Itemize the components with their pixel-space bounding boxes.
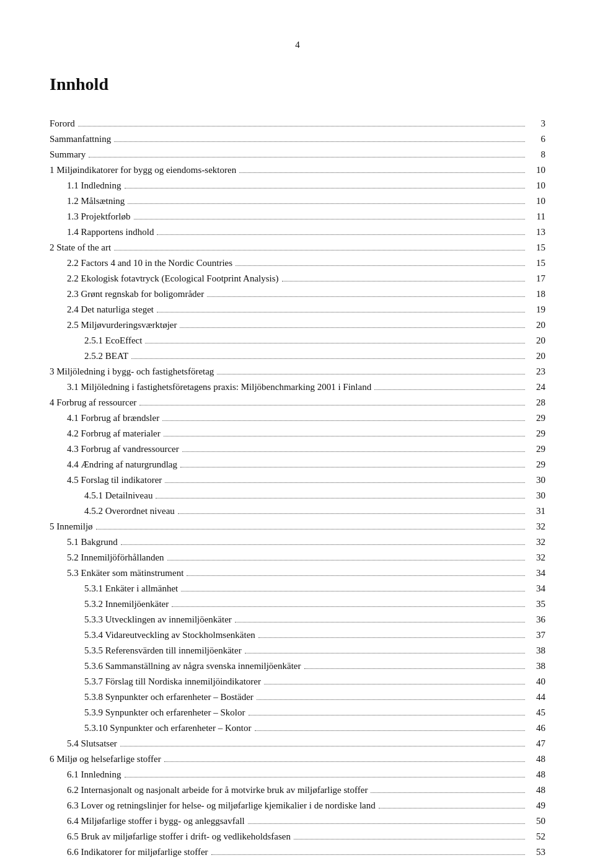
toc-row: 5.3.3 Utvecklingen av innemiljöenkäter36: [50, 612, 545, 627]
toc-row: 5.3.8 Synpunkter och erfarenheter – Bost…: [50, 689, 545, 704]
toc-label: 3.1 Miljöledning i fastighetsföretagens …: [50, 379, 371, 394]
toc-dots: [245, 653, 525, 653]
toc-page-number: 28: [528, 395, 545, 410]
toc-row: 5.4 Slutsatser47: [50, 736, 545, 751]
toc-page-number: 50: [528, 813, 545, 828]
toc-page-number: 29: [528, 426, 545, 441]
toc-page-number: 20: [528, 333, 545, 348]
toc-label: 4.4 Ændring af naturgrundlag: [50, 457, 177, 472]
toc-label: Summary: [50, 147, 86, 162]
toc-page-number: 48: [528, 767, 545, 782]
toc-row: 5.3.9 Synpunkter och erfarenheter – Skol…: [50, 705, 545, 720]
toc-row: 5.3.2 Innemiljöenkäter35: [50, 596, 545, 611]
toc-label: 1.1 Indledning: [50, 178, 121, 193]
toc-dots: [235, 622, 525, 622]
toc-dots: [114, 250, 525, 250]
toc-page-number: 20: [528, 317, 545, 332]
toc-label: 4.5.1 Detailniveau: [50, 488, 152, 503]
toc-row: 2.5 Miljøvurderingsværktøjer20: [50, 317, 545, 332]
toc-dots: [114, 141, 525, 142]
toc-label: 6.5 Bruk av miljøfarlige stoffer i drift…: [50, 829, 291, 844]
toc-row: 6.1 Innledning48: [50, 767, 545, 782]
toc-page-number: 10: [528, 162, 545, 177]
toc-row: 5.3.1 Enkäter i allmänhet34: [50, 581, 545, 596]
toc-row: 5.3.10 Synpunkter och erfarenheter – Kon…: [50, 720, 545, 735]
toc-label: 2.4 Det naturliga steget: [50, 302, 154, 317]
toc-label: 1.4 Rapportens indhold: [50, 224, 154, 239]
toc-dots: [164, 761, 525, 762]
toc-page-number: 8: [528, 147, 545, 162]
toc-row: 6 Miljø og helsefarlige stoffer48: [50, 751, 545, 766]
toc-page-number: 38: [528, 658, 545, 673]
page-number: 4: [50, 37, 545, 52]
toc-dots: [371, 792, 525, 793]
toc-row: 3.1 Miljöledning i fastighetsföretagens …: [50, 379, 545, 394]
toc-page-number: 24: [528, 379, 545, 394]
toc-row: 1.1 Indledning10: [50, 178, 545, 193]
toc-row: 6.5 Bruk av miljøfarlige stoffer i drift…: [50, 829, 545, 844]
toc-label: 1 Miljøindikatorer for bygg og eiendoms-…: [50, 162, 236, 177]
toc-label: 2.5.1 EcoEffect: [50, 333, 142, 348]
toc-row: 1.2 Målsætning10: [50, 193, 545, 208]
toc-container: Forord3Sammanfattning6Summary81 Miljøind…: [50, 116, 545, 859]
toc-dots: [121, 544, 525, 545]
toc-dots: [145, 343, 525, 343]
toc-row: Forord3: [50, 116, 545, 131]
toc-label: 2.5 Miljøvurderingsværktøjer: [50, 317, 177, 332]
toc-page-number: 48: [528, 751, 545, 766]
toc-row: 2.2 Ekologisk fotavtryck (Ecological Foo…: [50, 271, 545, 286]
toc-page-number: 31: [528, 503, 545, 518]
toc-page-number: 17: [528, 271, 545, 286]
toc-label: 5.3.9 Synpunkter och erfarenheter – Skol…: [50, 705, 245, 720]
toc-dots: [78, 126, 525, 126]
toc-page-number: 19: [528, 302, 545, 317]
page-title: Innhold: [50, 71, 545, 99]
toc-label: 5 Innemiljø: [50, 519, 93, 534]
toc-label: 4.1 Forbrug af brændsler: [50, 410, 159, 425]
toc-page-number: 32: [528, 534, 545, 549]
toc-page-number: 34: [528, 565, 545, 580]
toc-dots: [125, 188, 526, 188]
toc-page-number: 29: [528, 410, 545, 425]
toc-page-number: 45: [528, 705, 545, 720]
toc-page-number: 49: [528, 798, 545, 813]
toc-row: 5.1 Bakgrund32: [50, 534, 545, 549]
toc-row: 1.4 Rapportens indhold13: [50, 224, 545, 239]
toc-page-number: 40: [528, 674, 545, 689]
toc-row: 4.2 Forbrug af materialer29: [50, 426, 545, 441]
toc-label: 6.1 Innledning: [50, 767, 121, 782]
toc-row: 5.3.4 Vidareutveckling av Stockholmsenkä…: [50, 627, 545, 642]
toc-row: 6.4 Miljøfarlige stoffer i bygg- og anle…: [50, 813, 545, 828]
toc-row: 5.3.7 Förslag till Nordiska innemiljöind…: [50, 674, 545, 689]
toc-dots: [180, 467, 525, 467]
toc-page-number: 53: [528, 844, 545, 859]
toc-dots: [249, 715, 525, 715]
toc-page-number: 29: [528, 441, 545, 456]
toc-dots: [89, 157, 525, 157]
toc-page-number: 15: [528, 255, 545, 270]
toc-dots: [125, 777, 526, 777]
toc-row: 5.2 Innemiljöförhållanden32: [50, 550, 545, 565]
toc-dots: [157, 312, 525, 312]
toc-label: 6.4 Miljøfarlige stoffer i bygg- og anle…: [50, 813, 245, 828]
toc-row: 2.3 Grønt regnskab for boligområder18: [50, 286, 545, 301]
toc-page-number: 11: [528, 209, 545, 224]
toc-dots: [257, 699, 525, 700]
toc-dots: [211, 854, 525, 855]
toc-label: Forord: [50, 116, 75, 131]
toc-page-number: 36: [528, 612, 545, 627]
toc-row: 2.5.1 EcoEffect20: [50, 333, 545, 348]
toc-label: 5.3.8 Synpunkter och erfarenheter – Bost…: [50, 689, 253, 704]
toc-row: 6.3 Lover og retningslinjer for helse- o…: [50, 798, 545, 813]
toc-page-number: 34: [528, 581, 545, 596]
toc-label: 2.3 Grønt regnskab for boligområder: [50, 286, 204, 301]
toc-label: 5.3.7 Förslag till Nordiska innemiljöind…: [50, 674, 261, 689]
toc-dots: [128, 203, 525, 204]
toc-label: 3 Miljöledning i bygg- och fastighetsför…: [50, 364, 214, 379]
toc-dots: [282, 281, 525, 281]
toc-row: 2 State of the art15: [50, 240, 545, 255]
toc-row: Summary8: [50, 147, 545, 162]
toc-dots: [258, 637, 525, 638]
toc-label: 5.3.3 Utvecklingen av innemiljöenkäter: [50, 612, 232, 627]
toc-dots: [165, 482, 525, 483]
